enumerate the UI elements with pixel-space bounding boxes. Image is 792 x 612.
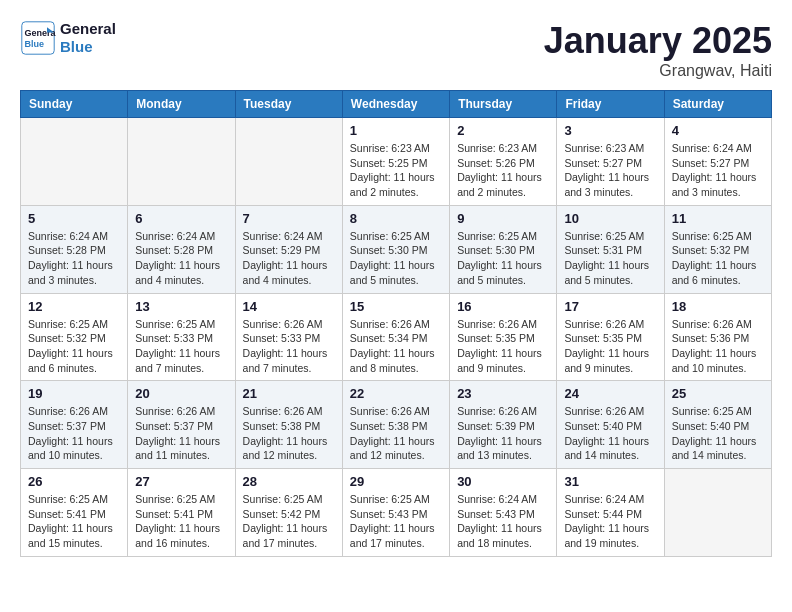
day-info: Sunrise: 6:25 AM Sunset: 5:33 PM Dayligh… xyxy=(135,317,227,376)
calendar-cell: 7Sunrise: 6:24 AM Sunset: 5:29 PM Daylig… xyxy=(235,205,342,293)
calendar-cell: 5Sunrise: 6:24 AM Sunset: 5:28 PM Daylig… xyxy=(21,205,128,293)
day-number: 11 xyxy=(672,211,764,226)
calendar-cell: 6Sunrise: 6:24 AM Sunset: 5:28 PM Daylig… xyxy=(128,205,235,293)
day-info: Sunrise: 6:24 AM Sunset: 5:28 PM Dayligh… xyxy=(28,229,120,288)
day-number: 29 xyxy=(350,474,442,489)
day-info: Sunrise: 6:24 AM Sunset: 5:27 PM Dayligh… xyxy=(672,141,764,200)
day-info: Sunrise: 6:26 AM Sunset: 5:39 PM Dayligh… xyxy=(457,404,549,463)
calendar-title: January 2025 xyxy=(544,20,772,62)
calendar-cell: 19Sunrise: 6:26 AM Sunset: 5:37 PM Dayli… xyxy=(21,381,128,469)
calendar-cell: 8Sunrise: 6:25 AM Sunset: 5:30 PM Daylig… xyxy=(342,205,449,293)
day-info: Sunrise: 6:25 AM Sunset: 5:41 PM Dayligh… xyxy=(28,492,120,551)
day-number: 27 xyxy=(135,474,227,489)
day-number: 8 xyxy=(350,211,442,226)
day-info: Sunrise: 6:25 AM Sunset: 5:41 PM Dayligh… xyxy=(135,492,227,551)
day-number: 21 xyxy=(243,386,335,401)
calendar-cell: 13Sunrise: 6:25 AM Sunset: 5:33 PM Dayli… xyxy=(128,293,235,381)
svg-text:Blue: Blue xyxy=(25,39,45,49)
weekday-header-wednesday: Wednesday xyxy=(342,91,449,118)
calendar-cell: 22Sunrise: 6:26 AM Sunset: 5:38 PM Dayli… xyxy=(342,381,449,469)
logo-icon: General Blue xyxy=(20,20,56,56)
day-info: Sunrise: 6:24 AM Sunset: 5:44 PM Dayligh… xyxy=(564,492,656,551)
calendar-cell: 2Sunrise: 6:23 AM Sunset: 5:26 PM Daylig… xyxy=(450,118,557,206)
day-info: Sunrise: 6:23 AM Sunset: 5:26 PM Dayligh… xyxy=(457,141,549,200)
weekday-header-sunday: Sunday xyxy=(21,91,128,118)
day-info: Sunrise: 6:25 AM Sunset: 5:32 PM Dayligh… xyxy=(672,229,764,288)
weekday-header-friday: Friday xyxy=(557,91,664,118)
weekday-header-saturday: Saturday xyxy=(664,91,771,118)
calendar-cell: 25Sunrise: 6:25 AM Sunset: 5:40 PM Dayli… xyxy=(664,381,771,469)
weekday-header-tuesday: Tuesday xyxy=(235,91,342,118)
day-number: 24 xyxy=(564,386,656,401)
calendar-cell: 21Sunrise: 6:26 AM Sunset: 5:38 PM Dayli… xyxy=(235,381,342,469)
calendar-cell: 15Sunrise: 6:26 AM Sunset: 5:34 PM Dayli… xyxy=(342,293,449,381)
day-number: 22 xyxy=(350,386,442,401)
calendar-cell: 1Sunrise: 6:23 AM Sunset: 5:25 PM Daylig… xyxy=(342,118,449,206)
weekday-header-monday: Monday xyxy=(128,91,235,118)
day-info: Sunrise: 6:24 AM Sunset: 5:28 PM Dayligh… xyxy=(135,229,227,288)
week-row-3: 12Sunrise: 6:25 AM Sunset: 5:32 PM Dayli… xyxy=(21,293,772,381)
day-number: 20 xyxy=(135,386,227,401)
day-info: Sunrise: 6:25 AM Sunset: 5:40 PM Dayligh… xyxy=(672,404,764,463)
day-number: 25 xyxy=(672,386,764,401)
calendar-cell: 28Sunrise: 6:25 AM Sunset: 5:42 PM Dayli… xyxy=(235,469,342,557)
day-info: Sunrise: 6:23 AM Sunset: 5:25 PM Dayligh… xyxy=(350,141,442,200)
week-row-5: 26Sunrise: 6:25 AM Sunset: 5:41 PM Dayli… xyxy=(21,469,772,557)
day-info: Sunrise: 6:26 AM Sunset: 5:33 PM Dayligh… xyxy=(243,317,335,376)
calendar-cell: 20Sunrise: 6:26 AM Sunset: 5:37 PM Dayli… xyxy=(128,381,235,469)
day-info: Sunrise: 6:25 AM Sunset: 5:32 PM Dayligh… xyxy=(28,317,120,376)
calendar-cell: 18Sunrise: 6:26 AM Sunset: 5:36 PM Dayli… xyxy=(664,293,771,381)
title-section: January 2025 Grangwav, Haiti xyxy=(544,20,772,80)
week-row-2: 5Sunrise: 6:24 AM Sunset: 5:28 PM Daylig… xyxy=(21,205,772,293)
logo-text-blue: Blue xyxy=(60,38,116,56)
logo: General Blue General Blue xyxy=(20,20,116,56)
day-info: Sunrise: 6:23 AM Sunset: 5:27 PM Dayligh… xyxy=(564,141,656,200)
day-number: 12 xyxy=(28,299,120,314)
day-number: 2 xyxy=(457,123,549,138)
calendar-cell: 31Sunrise: 6:24 AM Sunset: 5:44 PM Dayli… xyxy=(557,469,664,557)
calendar-cell: 17Sunrise: 6:26 AM Sunset: 5:35 PM Dayli… xyxy=(557,293,664,381)
day-number: 16 xyxy=(457,299,549,314)
day-number: 18 xyxy=(672,299,764,314)
weekday-header-thursday: Thursday xyxy=(450,91,557,118)
day-info: Sunrise: 6:26 AM Sunset: 5:35 PM Dayligh… xyxy=(457,317,549,376)
logo-text-general: General xyxy=(60,20,116,38)
day-info: Sunrise: 6:26 AM Sunset: 5:36 PM Dayligh… xyxy=(672,317,764,376)
calendar-cell: 16Sunrise: 6:26 AM Sunset: 5:35 PM Dayli… xyxy=(450,293,557,381)
day-number: 14 xyxy=(243,299,335,314)
calendar-table: SundayMondayTuesdayWednesdayThursdayFrid… xyxy=(20,90,772,557)
day-number: 5 xyxy=(28,211,120,226)
day-number: 19 xyxy=(28,386,120,401)
day-number: 15 xyxy=(350,299,442,314)
day-number: 1 xyxy=(350,123,442,138)
day-info: Sunrise: 6:26 AM Sunset: 5:35 PM Dayligh… xyxy=(564,317,656,376)
day-info: Sunrise: 6:25 AM Sunset: 5:43 PM Dayligh… xyxy=(350,492,442,551)
day-info: Sunrise: 6:25 AM Sunset: 5:31 PM Dayligh… xyxy=(564,229,656,288)
day-info: Sunrise: 6:26 AM Sunset: 5:37 PM Dayligh… xyxy=(28,404,120,463)
calendar-cell: 24Sunrise: 6:26 AM Sunset: 5:40 PM Dayli… xyxy=(557,381,664,469)
day-number: 28 xyxy=(243,474,335,489)
calendar-cell xyxy=(128,118,235,206)
day-number: 23 xyxy=(457,386,549,401)
svg-text:General: General xyxy=(25,28,57,38)
day-number: 9 xyxy=(457,211,549,226)
day-info: Sunrise: 6:26 AM Sunset: 5:40 PM Dayligh… xyxy=(564,404,656,463)
day-info: Sunrise: 6:25 AM Sunset: 5:42 PM Dayligh… xyxy=(243,492,335,551)
calendar-cell: 10Sunrise: 6:25 AM Sunset: 5:31 PM Dayli… xyxy=(557,205,664,293)
week-row-1: 1Sunrise: 6:23 AM Sunset: 5:25 PM Daylig… xyxy=(21,118,772,206)
calendar-cell: 3Sunrise: 6:23 AM Sunset: 5:27 PM Daylig… xyxy=(557,118,664,206)
day-info: Sunrise: 6:26 AM Sunset: 5:38 PM Dayligh… xyxy=(350,404,442,463)
calendar-cell xyxy=(664,469,771,557)
day-number: 13 xyxy=(135,299,227,314)
day-number: 4 xyxy=(672,123,764,138)
calendar-cell xyxy=(235,118,342,206)
day-number: 30 xyxy=(457,474,549,489)
calendar-cell: 29Sunrise: 6:25 AM Sunset: 5:43 PM Dayli… xyxy=(342,469,449,557)
calendar-cell xyxy=(21,118,128,206)
day-number: 31 xyxy=(564,474,656,489)
day-number: 10 xyxy=(564,211,656,226)
day-info: Sunrise: 6:24 AM Sunset: 5:29 PM Dayligh… xyxy=(243,229,335,288)
day-info: Sunrise: 6:26 AM Sunset: 5:34 PM Dayligh… xyxy=(350,317,442,376)
calendar-cell: 9Sunrise: 6:25 AM Sunset: 5:30 PM Daylig… xyxy=(450,205,557,293)
calendar-cell: 26Sunrise: 6:25 AM Sunset: 5:41 PM Dayli… xyxy=(21,469,128,557)
